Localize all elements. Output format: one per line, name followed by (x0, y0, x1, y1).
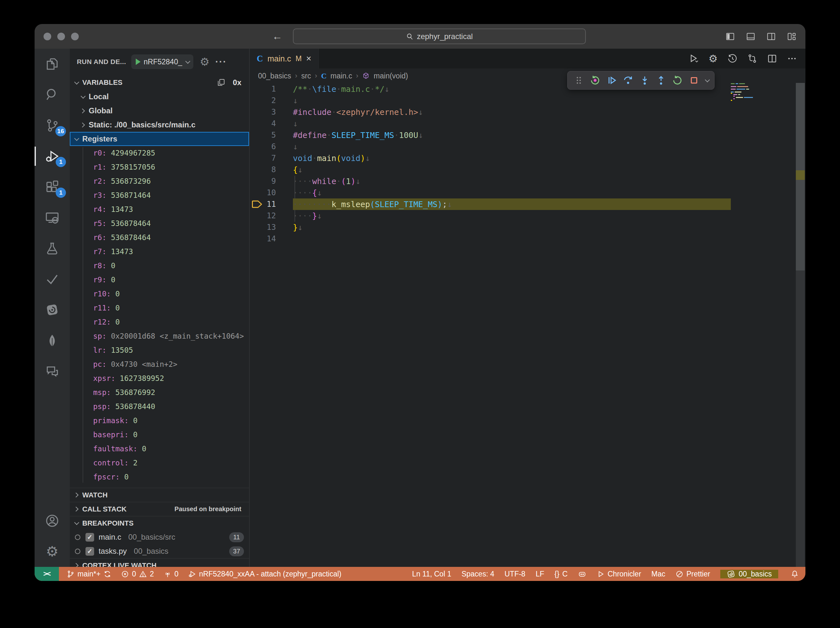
code-line[interactable]: 9····while·(1)↓ (250, 175, 805, 187)
register-row[interactable]: psp: 536878440 (93, 399, 249, 413)
register-row[interactable]: r5: 536878464 (93, 216, 249, 230)
notifications-button[interactable] (788, 570, 805, 578)
stop-button[interactable] (688, 75, 699, 86)
code-line[interactable]: 2↓ (250, 95, 805, 106)
copilot-icon[interactable] (578, 570, 586, 578)
close-tab-icon[interactable]: × (306, 54, 311, 64)
copy-icon[interactable] (217, 78, 226, 87)
split-editor-icon[interactable] (767, 54, 777, 64)
toggle-secondary-sidebar-icon[interactable] (766, 32, 776, 41)
sidebar-item-comments[interactable] (35, 356, 70, 387)
workspace-status[interactable]: 00_basics (720, 570, 778, 578)
hex-format-toggle[interactable]: 0x (233, 78, 242, 87)
customize-layout-icon[interactable] (787, 32, 796, 41)
register-row[interactable]: fpscr: 0 (93, 470, 249, 484)
more-actions-icon[interactable]: ··· (215, 56, 227, 67)
register-row[interactable]: primask: 0 (93, 413, 249, 428)
restart-button[interactable] (672, 75, 683, 86)
toggle-primary-sidebar-icon[interactable] (725, 32, 735, 41)
tab-main-c[interactable]: C main.c M × (250, 49, 319, 68)
step-out-button[interactable] (655, 75, 666, 86)
chronicler-status[interactable]: Chronicler (597, 570, 641, 578)
code-line[interactable]: 4↓ (250, 118, 805, 129)
register-row[interactable]: control: 2 (93, 456, 249, 470)
code-line[interactable]: 7void·main(void)↓ (250, 152, 805, 164)
code-line[interactable]: 1/**·\file·main.c·*/↓ (250, 83, 805, 95)
step-over-button[interactable] (623, 75, 633, 86)
zoom-window-button[interactable] (71, 33, 79, 40)
timeline-history-icon[interactable] (727, 54, 737, 64)
line-number[interactable]: 12 (250, 211, 276, 220)
code-line[interactable]: 8{↓ (250, 164, 805, 175)
register-row[interactable]: r6: 536878464 (93, 230, 249, 245)
encoding-status[interactable]: UTF-8 (505, 570, 525, 578)
code-line[interactable]: 3#include·<zephyr/kernel.h>↓ (250, 106, 805, 118)
line-number[interactable]: 3 (250, 107, 276, 117)
overview-ruler-scrollbar[interactable] (796, 83, 805, 567)
close-window-button[interactable] (44, 33, 51, 40)
breakpoint-row[interactable]: ✓main.c00_basics/src11 (70, 530, 249, 544)
register-row[interactable]: sp: 0x20001d68 <z_main_stack+1064> (93, 329, 249, 343)
prettier-status[interactable]: Prettier (676, 570, 710, 578)
line-number[interactable]: 1 (250, 85, 276, 93)
register-row[interactable]: msp: 536876992 (93, 385, 249, 399)
debug-configuration-dropdown[interactable]: nRF52840_ (131, 54, 193, 69)
register-row[interactable]: r7: 13473 (93, 245, 249, 259)
call-stack-section-header[interactable]: CALL STACK Paused on breakpoint (70, 502, 249, 516)
line-number[interactable]: 14 (250, 234, 276, 243)
code-line[interactable]: 6↓ (250, 141, 805, 152)
sidebar-item-search[interactable] (35, 79, 70, 110)
account-button[interactable] (35, 505, 70, 536)
command-center-search[interactable]: zephyr_practical (293, 28, 586, 44)
remote-indicator[interactable]: >< (35, 567, 59, 581)
continue-button[interactable] (606, 75, 617, 86)
breadcrumb-symbol[interactable]: main(void) (374, 72, 408, 80)
register-row[interactable]: basepri: 0 (93, 428, 249, 442)
minimize-window-button[interactable] (57, 33, 65, 40)
register-row[interactable]: r10: 0 (93, 287, 249, 301)
register-row[interactable]: r12: 0 (93, 315, 249, 329)
variables-scope-local[interactable]: Local (70, 90, 249, 104)
watch-section-header[interactable]: WATCH (70, 488, 249, 502)
drag-grip-icon[interactable] (573, 75, 584, 86)
sidebar-item-remote-explorer[interactable] (35, 202, 70, 233)
sidebar-item-run-debug[interactable]: 1 (35, 141, 70, 172)
sidebar-item-mongodb[interactable] (35, 325, 70, 356)
nav-back-icon[interactable]: ← (272, 30, 283, 42)
code-line[interactable]: 12····}↓ (250, 210, 805, 221)
chevron-down-icon[interactable] (705, 77, 710, 82)
sidebar-item-source-control[interactable]: 16 (35, 110, 70, 141)
variables-section-header[interactable]: VARIABLES 0x (70, 76, 249, 90)
gear-icon[interactable]: ⚙ (709, 54, 718, 64)
sidebar-item-explorer[interactable] (35, 49, 70, 79)
breakpoint-checkbox[interactable]: ✓ (85, 533, 94, 541)
register-row[interactable]: faultmask: 0 (93, 442, 249, 456)
variables-scope-registers[interactable]: Registers (70, 132, 249, 146)
ports-status[interactable]: 0 (164, 570, 178, 578)
code-line[interactable]: 5#define·SLEEP_TIME_MS·100U↓ (250, 129, 805, 141)
register-row[interactable]: xpsr: 1627389952 (93, 371, 249, 385)
line-number[interactable]: 9 (250, 177, 276, 186)
register-row[interactable]: r8: 0 (93, 259, 249, 273)
register-row[interactable]: r3: 536871464 (93, 188, 249, 202)
register-row[interactable]: pc: 0x4730 <main+2> (93, 357, 249, 371)
breadcrumb-folder[interactable]: src (301, 72, 311, 80)
sidebar-item-extensions[interactable]: 1 (35, 172, 70, 202)
breadcrumb-folder[interactable]: 00_basics (258, 72, 291, 80)
line-number[interactable]: 4 (250, 119, 276, 128)
line-number[interactable]: 5 (250, 131, 276, 140)
register-row[interactable]: r9: 0 (93, 273, 249, 287)
sidebar-item-platformio[interactable] (35, 295, 70, 325)
variables-scope-global[interactable]: Global (70, 104, 249, 118)
settings-button[interactable]: ⚙ (35, 536, 70, 567)
breakpoint-row[interactable]: ✓tasks.py00_basics37 (70, 544, 249, 558)
breakpoint-checkbox[interactable]: ✓ (85, 547, 94, 555)
language-status[interactable]: {}C (554, 570, 568, 578)
sidebar-item-task-check[interactable] (35, 264, 70, 295)
minimap[interactable] (731, 83, 793, 109)
breadcrumb-file[interactable]: main.c (330, 72, 352, 80)
register-row[interactable]: lr: 13505 (93, 343, 249, 357)
sidebar-item-testing[interactable] (35, 233, 70, 264)
indentation-status[interactable]: Spaces: 4 (462, 570, 494, 578)
line-number[interactable]: 13 (250, 223, 276, 232)
